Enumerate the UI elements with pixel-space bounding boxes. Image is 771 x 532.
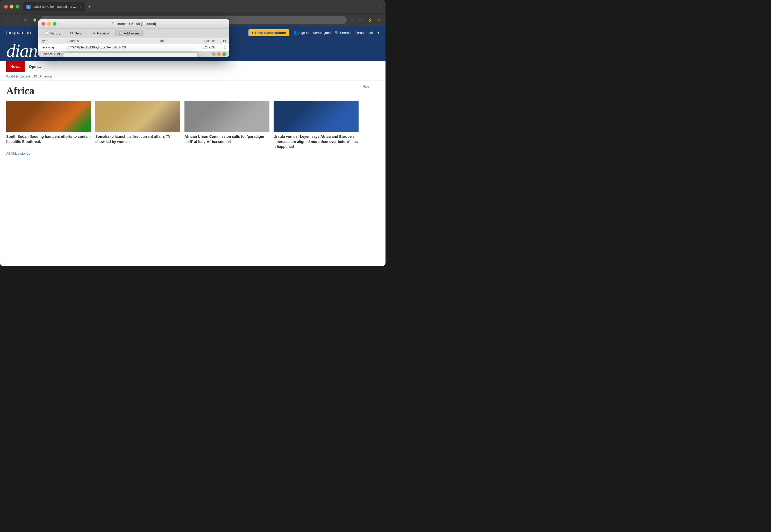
browser-title-bar: G Latest news from around the w... × + ⌄ [0, 0, 385, 13]
news-card-title-2: Somalia to launch its first current affa… [95, 134, 180, 144]
news-card-img-2 [95, 101, 180, 132]
guardian-nav: News Opin... [0, 61, 385, 72]
nav-item-news[interactable]: News [6, 61, 25, 72]
bookmark-icon[interactable]: ☆ [349, 16, 356, 24]
hide-btn[interactable]: Hide [363, 85, 379, 88]
row-type: receiving [41, 46, 67, 49]
electrum-tab-addresses-label: Addresses [124, 31, 140, 35]
col-label: Label [159, 39, 190, 43]
search-icon: 🔍 [335, 31, 339, 35]
send-icon: ✉ [69, 31, 74, 35]
news-card-3[interactable]: African Union Commission calls for 'para… [184, 101, 269, 149]
electrum-window: Electrum 4.1.5 - 06 [imported] 🕐 History… [38, 19, 229, 57]
electrum-tab-addresses[interactable]: 📋 Addresses [115, 30, 144, 36]
news-card-title-1: South Sudan flooding hampers efforts to … [6, 134, 91, 144]
electrum-tab-history[interactable]: 🕐 History [40, 30, 64, 36]
browser-content: theguardian ● Print subscriptions 👤 Sign… [0, 26, 385, 266]
electrum-tab-send-label: Send [75, 31, 82, 35]
toolbar-actions: ☆ 🛡 ⚡ ≡ [349, 16, 382, 24]
news-card-4[interactable]: Ursula von der Leyen says Africa and Eur… [274, 101, 359, 149]
news-card-1[interactable]: South Sudan flooding hampers efforts to … [6, 101, 91, 149]
print-subscriptions-label: Print subscriptions [255, 31, 286, 35]
tab-close-icon[interactable]: × [80, 5, 82, 9]
col-type: Type [41, 39, 67, 43]
browser-menu-icon[interactable]: ⌄ [378, 4, 381, 9]
row-address: 17Y94f6jJhxQqNSBoyHpxeOAvrc48oR49f [67, 46, 159, 49]
refresh-button[interactable]: ⟳ [22, 16, 29, 24]
sign-in-btn[interactable]: 👤 Sign in [293, 31, 309, 35]
search-jobs-label: Search jobs [313, 31, 331, 35]
news-card-title-3: African Union Commission calls for 'para… [184, 134, 269, 144]
guardian-logo-small: theguardian [6, 30, 31, 35]
electrum-tab-receive[interactable]: ⬇ Receive [88, 30, 113, 36]
news-card-2[interactable]: Somalia to launch its first current affa… [95, 101, 180, 149]
sidebar-right: Hide [359, 85, 379, 155]
browser-close-btn[interactable] [4, 5, 8, 9]
tab-area: G Latest news from around the w... × + [23, 2, 376, 11]
electrum-minimize-btn[interactable] [47, 22, 51, 26]
electrum-tab-history-label: History [50, 31, 60, 35]
status-dot-green [222, 52, 226, 56]
addresses-icon: 📋 [119, 31, 123, 35]
breadcrumb-us[interactable]: US [33, 74, 37, 78]
table-row[interactable]: receiving 17Y94f6jJhxQqNSBoyHpxeOAvrc48o… [38, 44, 229, 51]
new-tab-button[interactable]: + [86, 3, 93, 10]
nav-item-opinion[interactable]: Opin... [25, 61, 45, 72]
breadcrumb-world[interactable]: World [6, 74, 15, 78]
browser-tab-active[interactable]: G Latest news from around the w... × [23, 2, 85, 11]
edition-btn[interactable]: Europe edition ▾ [355, 31, 379, 35]
electrum-title-bar: Electrum 4.1.5 - 06 [imported] [38, 19, 229, 28]
header-actions: ● Print subscriptions 👤 Sign in Search j… [248, 29, 379, 36]
col-address: Address [67, 39, 159, 43]
breadcrumb: World ▶ Europe US America... [0, 72, 385, 81]
print-subscriptions-btn[interactable]: ● Print subscriptions [248, 29, 289, 36]
sign-in-label: Sign in [298, 31, 309, 35]
search-jobs-btn[interactable]: Search jobs [313, 31, 331, 35]
tab-favicon: G [26, 5, 31, 9]
search-btn[interactable]: 🔍 Search [335, 31, 351, 35]
electrum-tab-send[interactable]: ✉ Send [65, 30, 87, 36]
col-balance: Balance [190, 39, 216, 43]
all-stories-link[interactable]: All Africa stories [6, 152, 359, 155]
electrum-close-btn[interactable] [41, 22, 45, 26]
account-icon: 👤 [293, 31, 297, 35]
private-key-dialog: Address: 17Y94f6jJhxQqNSBoyHpxeOAvrc48oR… [63, 53, 197, 57]
balance-label: Balance: [41, 52, 54, 56]
status-dot-gray [212, 52, 216, 56]
news-card-img-4 [274, 101, 359, 132]
back-button[interactable]: ‹ [3, 16, 10, 24]
electrum-tabs: 🕐 History ✉ Send ⬇ Receive 📋 Addresses [38, 28, 229, 38]
news-card-img-1 [6, 101, 91, 132]
forward-button[interactable]: › [12, 16, 20, 24]
browser-window: G Latest news from around the w... × + ⌄… [0, 0, 385, 266]
row-tx: 1 [216, 46, 226, 49]
electrum-table-header: Type Address Label Balance Tx [38, 38, 229, 44]
browser-traffic-lights [4, 5, 19, 9]
receive-icon: ⬇ [92, 31, 96, 35]
electrum-window-title: Electrum 4.1.5 - 06 [imported] [111, 22, 156, 26]
electrum-traffic-lights [41, 22, 56, 26]
browser-maximize-btn[interactable] [16, 5, 19, 9]
menu-icon[interactable]: ≡ [375, 16, 382, 24]
electrum-maximize-btn[interactable] [53, 22, 56, 26]
shield-icon[interactable]: 🛡 [358, 16, 365, 24]
col-tx: Tx [216, 39, 226, 43]
row-balance: 0.242137 [190, 46, 216, 49]
history-icon: 🕐 [45, 31, 49, 35]
edition-label: Europe edition [355, 31, 376, 35]
breadcrumb-europe[interactable]: Europe [20, 74, 31, 78]
news-card-img-3 [184, 101, 269, 132]
browser-minimize-btn[interactable] [10, 5, 13, 9]
status-dot-orange [217, 52, 221, 56]
news-card-title-4: Ursula von der Leyen says Africa and Eur… [274, 134, 359, 149]
breadcrumb-america[interactable]: America... [39, 74, 55, 78]
main-content: Africa South Sudan flooding hampers effo… [6, 85, 359, 155]
row-label [159, 46, 190, 49]
status-indicators [212, 52, 226, 56]
home-button[interactable]: 🏠 [31, 16, 38, 24]
page-content: Africa South Sudan flooding hampers effo… [0, 81, 385, 160]
extension-icon[interactable]: ⚡ [366, 16, 374, 24]
electrum-table-area: Type Address Label Balance Tx receiving … [38, 38, 229, 51]
search-label: Search [340, 31, 351, 35]
subscription-icon: ● [252, 31, 254, 35]
